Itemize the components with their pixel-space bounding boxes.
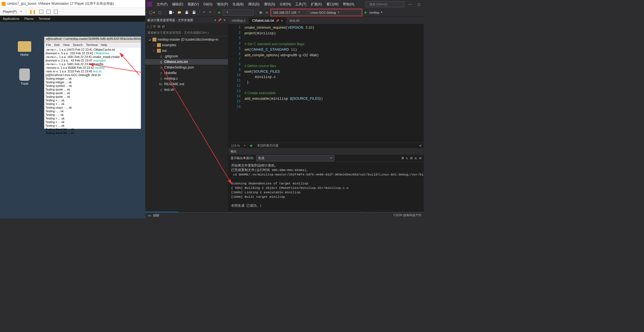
new-item-icon[interactable]: 📄▾	[168, 10, 175, 15]
desktop-trash-icon[interactable]: Trash	[16, 69, 33, 85]
player-menu[interactable]: Player(P)	[3, 10, 17, 14]
tree-root[interactable]: ◢minilisp-master (D:\code\c\8cc\minilisp…	[145, 37, 228, 42]
tree-file-cmakesettings[interactable]: ▯CMakeSettings.json	[145, 65, 228, 70]
sol-header: 解决方案资源管理器 - 文件夹视图 ▾📌✕	[145, 17, 228, 23]
vmware-title-text: centos7_gcc_boost- VMware Workstation 17…	[7, 1, 114, 6]
tab-minilisp-c[interactable]: minilisp.c	[228, 17, 249, 24]
trash-icon	[19, 69, 30, 81]
home-label: Home	[16, 53, 33, 56]
tree-file-gitignore[interactable]: ▯.gitignore	[145, 53, 228, 59]
vmware-icon	[2, 2, 6, 6]
vs-statusbar: ▭ 就绪	[145, 212, 424, 218]
run-icon[interactable]: ▶	[364, 10, 368, 15]
home-icon[interactable]: ⌂	[147, 25, 149, 28]
gnome-terminal[interactable]: Terminal	[38, 17, 50, 20]
menu-help[interactable]: 帮助(H)	[341, 1, 356, 8]
vmware-window: centos7_gcc_boost- VMware Workstation 17…	[0, 0, 145, 218]
tool-icon[interactable]: ▭	[264, 10, 269, 15]
refresh-icon[interactable]: ⟳	[153, 25, 156, 28]
menu-edit[interactable]: 编辑(E)	[170, 1, 185, 8]
menu-analyze[interactable]: 分析(N)	[278, 1, 293, 8]
close-icon[interactable]: ✕	[281, 19, 283, 22]
vm-tool-icon[interactable]	[54, 10, 58, 14]
out-tool-icon[interactable]: ⊟	[410, 156, 413, 160]
menu-window[interactable]: 窗口(W)	[325, 1, 340, 8]
tree-file-readme[interactable]: M↓README.md	[145, 81, 228, 87]
editor-tabs: minilisp.c CMakeLists.txt📌✕ test.sh	[228, 17, 424, 24]
term-menu-view[interactable]: View	[63, 43, 70, 47]
terminal-menubar: File Edit View Search Terminal Help	[44, 42, 141, 47]
terminal-title: a@localhost:~/.vs/minilisp-master/2b3f49…	[44, 37, 141, 42]
out-tool-icon[interactable]: ≣	[401, 156, 404, 160]
pin-icon[interactable]: 📌	[276, 19, 279, 22]
vm-tool-icon[interactable]	[47, 10, 50, 14]
redo-icon[interactable]: ↷	[208, 10, 212, 15]
desktop-home-icon[interactable]: Home	[16, 41, 33, 56]
undo-icon[interactable]: ↶	[202, 10, 207, 15]
tree-file-minilisp-c[interactable]: ▯minilisp.c	[145, 76, 228, 81]
gnome-places[interactable]: Places	[24, 17, 33, 20]
tab-testsh[interactable]: test.sh	[286, 17, 303, 24]
menu-extensions[interactable]: 扩展(X)	[309, 1, 324, 8]
menu-view[interactable]: 视图(V)	[186, 1, 201, 8]
tree-file-testsh[interactable]: ▯test.sh	[145, 87, 228, 92]
tree-file-makefile[interactable]: ▯Makefile	[145, 70, 228, 76]
config-dropdown[interactable]: ▼	[223, 9, 253, 16]
output-source-dropdown[interactable]: 生成▼	[256, 155, 334, 161]
pause-icon[interactable]: ❚❚	[29, 9, 36, 14]
gnome-applications[interactable]: Applications	[3, 17, 19, 20]
out-tool-icon[interactable]: ⊘	[419, 156, 422, 160]
vs-search-box[interactable]: 搜索 (Ctrl+Q)	[365, 1, 405, 7]
remote-target-dropdown[interactable]: 192.168.217.128▼	[271, 9, 308, 16]
folder-icon	[18, 41, 31, 52]
nav-fwd-icon[interactable]: ◯	[157, 10, 163, 15]
term-menu-help[interactable]: Help	[101, 43, 107, 47]
out-tool-icon[interactable]: ≡	[406, 157, 408, 160]
term-menu-file[interactable]: File	[46, 43, 51, 47]
menu-git[interactable]: Git(G)	[201, 1, 214, 7]
sync-icon[interactable]: ⇄	[162, 25, 165, 28]
menu-project[interactable]: 项目(P)	[215, 1, 230, 8]
menu-debug[interactable]: 调试(D)	[246, 1, 262, 8]
sol-search-box[interactable]: 搜索解决方案资源管理器 - 文件夹视图(Ctrl+;)	[145, 30, 228, 36]
output-panel: 输出 显示输出来源(S): 生成▼ ≣ ≡ ⊟ ⎘ ⊘ 开始将文件复制到远程计算…	[228, 148, 424, 218]
tree-file-cmakelists[interactable]: ▯CMakeLists.txt	[145, 59, 228, 65]
tool-icon[interactable]: ▦	[258, 10, 263, 15]
collapse-icon[interactable]: ⊟	[158, 25, 160, 28]
menu-test[interactable]: 测试(S)	[262, 1, 277, 8]
menu-file[interactable]: 文件(F)	[155, 1, 170, 8]
menu-tools[interactable]: 工具(T)	[293, 1, 308, 8]
menu-build[interactable]: 生成(B)	[231, 1, 246, 8]
maximize-icon[interactable]: ▢	[416, 1, 422, 7]
code-editor[interactable]: cmake_minimum_required(VERSION 3.10) pro…	[244, 24, 424, 143]
vmware-toolbar: Player(P)▼ ❚❚	[0, 8, 145, 16]
open-icon[interactable]: 📂	[176, 10, 183, 15]
search-placeholder: 搜索 (Ctrl+Q)	[367, 1, 389, 8]
build-config-dropdown[interactable]: Linux-GCC-Debug▼	[309, 9, 362, 16]
output-toolbar: 显示输出来源(S): 生成▼ ≣ ≡ ⊟ ⎘ ⊘	[228, 155, 424, 162]
status-text: 就绪	[153, 213, 159, 218]
output-source-label: 显示输出来源(S):	[231, 156, 254, 160]
tree-folder-examples[interactable]: ▷examples	[145, 42, 228, 48]
out-tool-icon[interactable]: ⎘	[415, 157, 417, 160]
start-debug-icon[interactable]: ▶	[217, 10, 222, 15]
output-text[interactable]: 开始将文件复制到远程计算机。 已完成复制文件(运行时间 00h:00m:00s:…	[228, 162, 424, 212]
vm-tool-icon[interactable]	[39, 10, 43, 14]
term-menu-search[interactable]: Search	[73, 43, 83, 47]
zoom-level[interactable]: 119 %	[231, 144, 240, 147]
close-icon[interactable]: ✕	[223, 18, 226, 22]
save-icon[interactable]: 💾	[184, 10, 190, 15]
term-menu-edit[interactable]: Edit	[54, 43, 60, 47]
nav-back-icon[interactable]: ◯ ▾	[148, 10, 156, 15]
tree-folder-out[interactable]: ▷out	[145, 48, 228, 53]
terminal-output[interactable]: -rw-rw-r--. 1 a a 14473 Feb 22 23:41 CMa…	[44, 47, 141, 135]
term-menu-terminal[interactable]: Terminal	[86, 43, 98, 47]
pin-icon[interactable]: ▾	[214, 18, 216, 22]
vs-menubar: 文件(F) 编辑(E) 视图(V) Git(G) 项目(P) 生成(B) 调试(…	[145, 0, 424, 8]
run-target-label[interactable]: minilisp	[369, 11, 379, 14]
minimize-icon[interactable]: —	[407, 1, 413, 7]
save-all-icon[interactable]: 💾	[191, 10, 197, 15]
pushpin-icon[interactable]: 📌	[218, 18, 222, 22]
terminal-window[interactable]: a@localhost:~/.vs/minilisp-master/2b3f49…	[44, 36, 141, 129]
tab-cmakelists[interactable]: CMakeLists.txt📌✕	[249, 17, 286, 24]
